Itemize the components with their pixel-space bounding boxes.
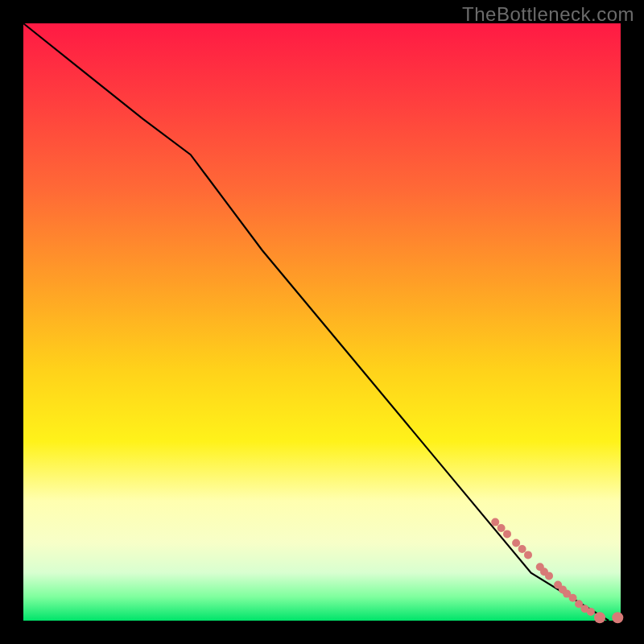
main-curve <box>23 23 609 621</box>
marker-point <box>587 608 595 616</box>
marker-point <box>612 612 623 623</box>
marker-point <box>497 524 506 532</box>
watermark-text: TheBottleneck.com <box>462 3 634 26</box>
plot-area <box>23 23 621 621</box>
marker-point <box>518 545 526 553</box>
marker-group <box>491 518 623 624</box>
marker-point <box>545 572 553 580</box>
marker-point <box>503 530 511 538</box>
chart-frame: TheBottleneck.com <box>0 0 644 644</box>
marker-point <box>594 612 605 623</box>
marker-point <box>491 518 499 526</box>
marker-point <box>569 594 577 602</box>
plot-svg <box>23 23 621 621</box>
marker-point <box>512 539 520 547</box>
marker-point <box>524 551 532 559</box>
